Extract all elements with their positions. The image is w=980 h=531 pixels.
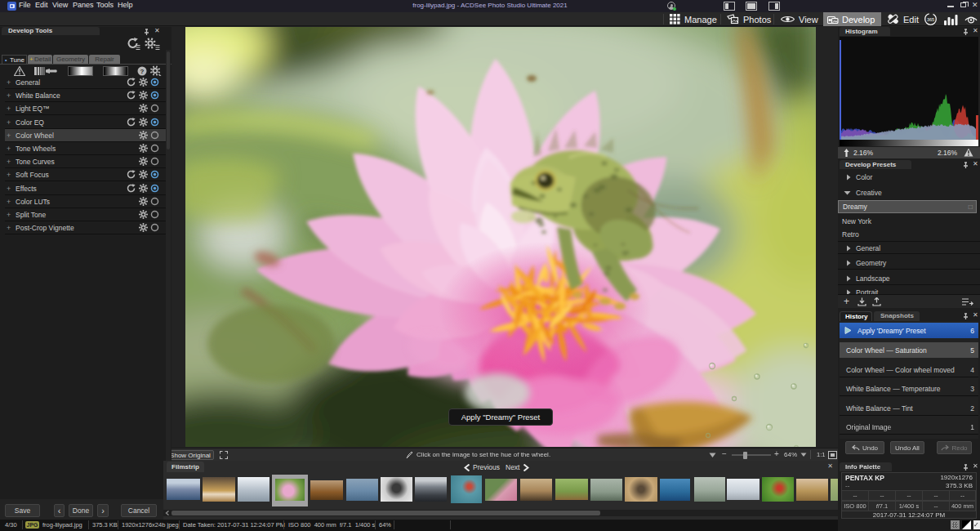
svg-text:365: 365 xyxy=(927,17,934,22)
svg-text:?: ? xyxy=(140,68,145,75)
